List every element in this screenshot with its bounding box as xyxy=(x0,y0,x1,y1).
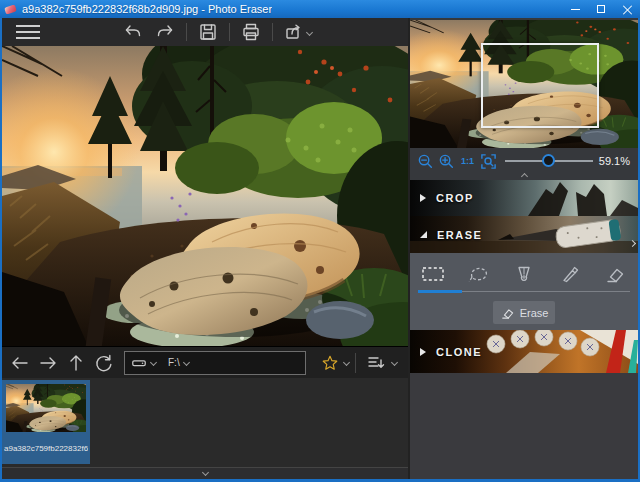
fit-screen-icon xyxy=(480,153,497,170)
erase-panel-label: ERASE xyxy=(437,229,482,241)
panel-header-erase[interactable]: ERASE xyxy=(410,216,638,253)
sort-dropdown-caret[interactable] xyxy=(391,359,398,366)
panel-header-clone[interactable]: CLONE xyxy=(410,330,638,373)
actual-size-button[interactable]: 1:1 xyxy=(457,150,478,172)
maximize-icon xyxy=(597,5,605,13)
clone-panel-label: CLONE xyxy=(436,346,482,358)
arrow-up-icon xyxy=(66,353,86,373)
arrow-left-icon xyxy=(10,353,30,373)
erase-button-label: Erase xyxy=(520,307,549,319)
browse-toolbar: F:\ xyxy=(2,346,408,378)
save-icon xyxy=(198,22,218,42)
collapse-arrow-icon xyxy=(420,231,427,238)
tool-rect-select[interactable] xyxy=(418,261,448,287)
up-folder-button[interactable] xyxy=(62,349,90,377)
undo-button[interactable] xyxy=(120,20,146,44)
eraser-icon xyxy=(604,264,626,284)
erase-tools-panel: Erase xyxy=(410,253,638,330)
thumbnail-image xyxy=(6,384,86,432)
sort-list-button[interactable] xyxy=(362,349,390,377)
panel-header-crop[interactable]: CROP xyxy=(410,180,638,216)
navigator-viewport-rect[interactable] xyxy=(481,43,599,128)
active-tool-indicator xyxy=(418,290,462,293)
panel-collapse-button[interactable] xyxy=(627,230,637,256)
navigator-preview[interactable] xyxy=(410,20,638,148)
right-panel-empty-area xyxy=(410,373,638,479)
zoom-out-button[interactable] xyxy=(415,150,436,172)
undo-icon xyxy=(123,22,143,42)
print-icon xyxy=(241,22,261,42)
main-toolbar xyxy=(2,18,408,46)
zoom-out-icon xyxy=(417,153,434,170)
pen-nib-icon xyxy=(514,264,534,284)
app-eraser-icon xyxy=(5,4,16,15)
filmstrip-collapse-bar[interactable] xyxy=(2,467,408,479)
share-dropdown-caret xyxy=(306,28,313,35)
right-panel: 1:1 59.1% xyxy=(410,18,638,479)
next-image-button[interactable] xyxy=(34,349,62,377)
refresh-button[interactable] xyxy=(90,349,118,377)
lasso-select-icon xyxy=(467,264,491,284)
drive-icon xyxy=(131,355,147,371)
zoom-in-button[interactable] xyxy=(436,150,457,172)
favorites-dropdown-caret[interactable] xyxy=(343,359,350,366)
tool-brush[interactable] xyxy=(555,261,585,287)
maximize-button[interactable] xyxy=(588,0,614,18)
zoom-controls: 1:1 59.1% xyxy=(410,148,638,174)
filmstrip: a9a382c759fb222832f68b2... xyxy=(2,378,408,467)
erase-apply-button[interactable]: Erase xyxy=(493,301,555,324)
arrow-right-icon xyxy=(38,353,58,373)
expand-arrow-icon xyxy=(420,194,426,202)
drive-dropdown-caret xyxy=(150,359,157,366)
rect-select-icon xyxy=(421,265,445,283)
close-button[interactable] xyxy=(614,0,640,18)
save-button[interactable] xyxy=(195,20,221,44)
zoom-slider[interactable] xyxy=(505,150,593,172)
thumbnail-selected[interactable]: a9a382c759fb222832f68b2... xyxy=(2,380,90,464)
menu-button[interactable] xyxy=(16,25,40,39)
window-border-left xyxy=(0,18,2,482)
path-dropdown-caret xyxy=(183,359,190,366)
fit-screen-button[interactable] xyxy=(478,150,499,172)
toolbar-separator xyxy=(229,23,230,41)
sort-list-icon xyxy=(366,353,386,373)
zoom-percentage: 59.1% xyxy=(599,155,630,167)
photo-bench-sunset xyxy=(2,46,408,346)
navbar-separator xyxy=(355,353,356,373)
toolbar-separator xyxy=(272,23,273,41)
hamburger-icon xyxy=(16,25,40,27)
tool-polygon-select[interactable] xyxy=(509,261,539,287)
chevron-right-icon xyxy=(628,239,635,246)
share-icon xyxy=(284,22,304,42)
expand-arrow-icon xyxy=(420,348,426,356)
one-to-one-icon: 1:1 xyxy=(461,156,474,166)
redo-icon xyxy=(155,22,175,42)
minimize-button[interactable] xyxy=(562,0,588,18)
erase-button-icon xyxy=(500,306,515,320)
close-icon xyxy=(623,5,632,14)
collapse-down-icon xyxy=(201,469,208,476)
favorites-button[interactable] xyxy=(316,349,344,377)
titlebar[interactable]: a9a382c759fb222832f68b2d909.jpg - Photo … xyxy=(0,0,640,18)
path-bar[interactable]: F:\ xyxy=(124,351,306,375)
thumbnail-filename: a9a382c759fb222832f68b2... xyxy=(4,444,88,453)
drive-selector[interactable] xyxy=(125,352,162,374)
star-icon xyxy=(321,354,339,372)
tool-lasso-select[interactable] xyxy=(464,261,494,287)
zoom-slider-handle[interactable] xyxy=(542,154,555,167)
zoom-in-icon xyxy=(438,153,455,170)
previous-image-button[interactable] xyxy=(6,349,34,377)
crop-panel-label: CROP xyxy=(436,192,474,204)
redo-button[interactable] xyxy=(152,20,178,44)
image-canvas[interactable] xyxy=(2,46,408,346)
toolbar-separator xyxy=(186,23,187,41)
tool-eraser[interactable] xyxy=(600,261,630,287)
photo-eraser-window: a9a382c759fb222832f68b2d909.jpg - Photo … xyxy=(0,0,640,482)
path-segment-drive[interactable]: F:\ xyxy=(162,352,195,374)
print-button[interactable] xyxy=(238,20,264,44)
minimize-icon xyxy=(571,9,580,10)
refresh-icon xyxy=(94,353,114,373)
share-button[interactable] xyxy=(281,20,315,44)
brush-icon xyxy=(560,264,580,284)
window-title: a9a382c759fb222832f68b2d909.jpg - Photo … xyxy=(22,3,272,15)
